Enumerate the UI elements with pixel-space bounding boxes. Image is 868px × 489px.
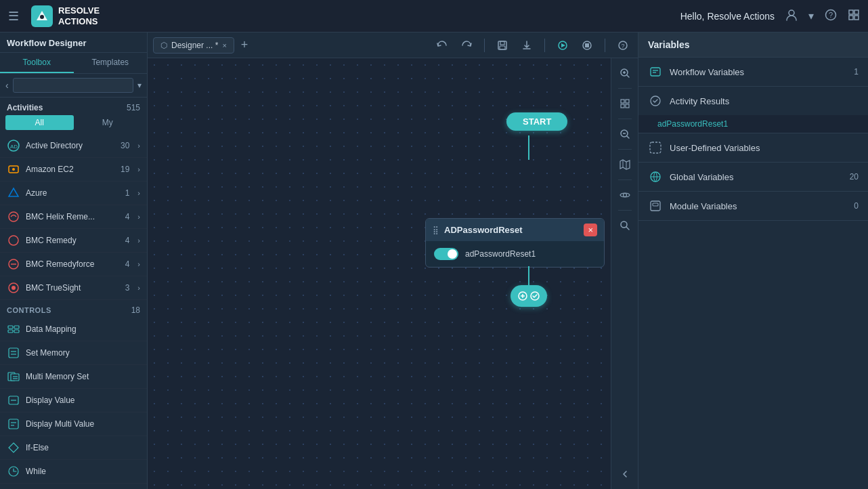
end-node-icons (518, 291, 540, 301)
sidebar-item-active-directory[interactable]: AD Active Directory 30 › (0, 134, 147, 158)
user-dropdown-icon[interactable]: ▾ (808, 9, 814, 22)
drag-handle-icon[interactable]: ⣿ (433, 226, 439, 235)
sidebar-item-display-value[interactable]: Display Value (0, 389, 147, 412)
back-icon[interactable]: ‹ (5, 80, 9, 91)
sidebar-item-amazon-ec2[interactable]: Amazon EC2 19 › (0, 158, 147, 182)
svg-line-67 (626, 227, 629, 230)
bmc-remedy-arrow-icon: › (137, 236, 140, 244)
bmc-remedyforce-icon (7, 257, 20, 271)
variables-panel: Variables Workflow Variables 1 Activity … (638, 33, 868, 489)
activity-instance-label: adPasswordReset1 (465, 249, 536, 259)
svg-point-71 (651, 96, 660, 106)
svg-rect-24 (9, 348, 18, 358)
search-canvas-button[interactable] (615, 216, 634, 235)
azure-count: 1 (125, 188, 130, 198)
svg-rect-76 (653, 203, 658, 206)
top-navigation: ☰ RESOLVE ACTIONS Hello, Resolve Actions… (0, 0, 868, 33)
tab-action-separator2 (544, 39, 545, 52)
download-button[interactable] (517, 36, 536, 55)
svg-marker-42 (561, 43, 565, 47)
variables-panel-title: Variables (638, 33, 868, 58)
filter-all-button[interactable]: All (5, 115, 74, 130)
sidebar-item-if-else[interactable]: If-Else (0, 436, 147, 460)
tab-templates[interactable]: Templates (74, 53, 148, 73)
user-defined-variables-row[interactable]: User-Defined Variables (638, 133, 868, 162)
logo-text: RESOLVE ACTIONS (58, 5, 100, 26)
activity-node-header: ⣿ ADPasswordReset × (426, 219, 604, 241)
tab-close-button[interactable]: × (222, 41, 226, 49)
sidebar-item-bmc-truesight[interactable]: BMC TrueSight 3 › (0, 276, 147, 300)
hamburger-menu[interactable]: ☰ (8, 9, 19, 24)
workflow-variables-row[interactable]: Workflow Variables 1 (638, 58, 868, 86)
sidebar-item-display-multi-value[interactable]: Display Multi Value (0, 412, 147, 436)
data-mapping-label: Data Mapping (26, 324, 140, 334)
activity-node-title-group: ⣿ ADPasswordReset (433, 225, 523, 235)
search-input[interactable] (13, 78, 133, 93)
end-node[interactable] (511, 285, 547, 307)
controls-section-header: Controls 18 (0, 300, 147, 318)
filter-my-button[interactable]: My (74, 115, 142, 130)
workflow-variables-label: Workflow Variables (670, 67, 847, 77)
while-icon (7, 465, 20, 478)
map-button[interactable] (615, 155, 634, 174)
redo-button[interactable] (457, 36, 476, 55)
zoom-out-button[interactable] (615, 125, 634, 144)
sidebar-item-data-mapping[interactable]: Data Mapping (0, 318, 147, 341)
active-directory-arrow-icon: › (137, 142, 140, 150)
global-variables-row[interactable]: Global Variables 20 (638, 163, 868, 191)
start-node[interactable]: START (506, 112, 567, 131)
help-icon[interactable]: ? (825, 9, 837, 24)
display-value-label: Display Value (26, 396, 140, 405)
canvas-toolbar (611, 58, 638, 489)
module-variables-row[interactable]: Module Variables 0 (638, 192, 868, 220)
save-button[interactable] (493, 36, 512, 55)
fit-view-button[interactable] (615, 94, 634, 113)
activity-toggle[interactable] (434, 248, 458, 260)
sidebar-item-bmc-remedy[interactable]: BMC Remedy 4 › (0, 229, 147, 253)
sidebar-item-bmc-remedyforce[interactable]: BMC Remedyforce 4 › (0, 253, 147, 276)
collapse-panel-button[interactable] (615, 465, 634, 484)
sidebar-item-while[interactable]: While (0, 460, 147, 484)
svg-rect-21 (14, 326, 19, 328)
global-variables-label: Global Variables (670, 172, 843, 182)
set-memory-label: Set Memory (26, 348, 140, 358)
activity-node-close-button[interactable]: × (584, 224, 597, 236)
activities-count: 515 (127, 103, 140, 112)
zoom-in-button[interactable] (615, 64, 634, 83)
tab-bar: ⬡ Designer ... * × + (148, 33, 638, 58)
play-button[interactable] (553, 36, 572, 55)
azure-label: Azure (26, 188, 120, 198)
help-button[interactable]: ? (613, 36, 632, 55)
if-else-icon (7, 441, 20, 454)
azure-arrow-icon: › (137, 189, 140, 197)
sidebar-item-set-memory[interactable]: Set Memory (0, 341, 147, 365)
controls-label: Controls (7, 306, 51, 314)
activity-results-label: Activity Results (670, 96, 859, 106)
svg-point-1 (40, 15, 44, 19)
workflow-canvas[interactable]: START ⣿ ADPasswordReset × adPasswordR (148, 58, 638, 489)
grid-icon[interactable] (848, 9, 860, 24)
undo-button[interactable] (433, 36, 452, 55)
sidebar-item-multi-memory-set[interactable]: Multi Memory Set (0, 365, 147, 389)
tab-add-button[interactable]: + (241, 38, 248, 52)
module-variables-icon (648, 198, 663, 213)
user-defined-variables-label: User-Defined Variables (670, 143, 859, 153)
activity-results-row[interactable]: Activity Results (638, 87, 868, 115)
sidebar-item-azure[interactable]: Azure 1 › (0, 182, 147, 205)
amazon-ec2-label: Amazon EC2 (26, 165, 115, 174)
stop-button[interactable] (578, 36, 596, 55)
user-icon[interactable] (785, 9, 798, 24)
eye-button[interactable] (615, 186, 634, 205)
activities-label: Activities (7, 103, 43, 112)
activity-node[interactable]: ⣿ ADPasswordReset × adPasswordReset1 (425, 218, 605, 268)
designer-tab[interactable]: ⬡ Designer ... * × (153, 37, 234, 54)
search-chevron-icon[interactable]: ▾ (137, 81, 142, 90)
tab-toolbox[interactable]: Toolbox (0, 53, 74, 73)
bmc-remedy-count: 4 (125, 236, 130, 245)
activity-result-item[interactable]: adPasswordReset1 (638, 115, 868, 133)
bmc-remedyforce-label: BMC Remedyforce (26, 259, 120, 269)
display-multi-value-label: Display Multi Value (26, 419, 140, 429)
amazon-ec2-arrow-icon: › (137, 165, 140, 173)
svg-point-12 (12, 168, 15, 171)
sidebar-item-bmc-helix[interactable]: BMC Helix Reme... 4 › (0, 205, 147, 229)
